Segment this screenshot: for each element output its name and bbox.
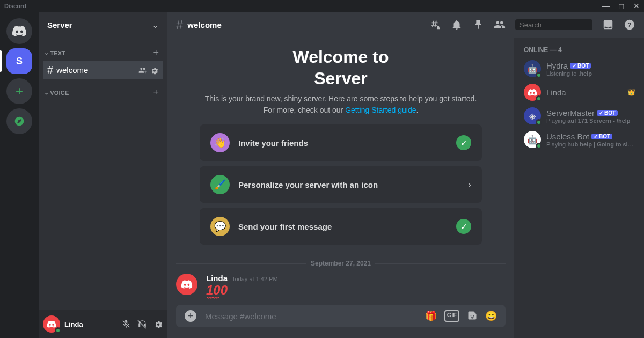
brush-icon: 🖌️ [210, 175, 230, 194]
channel-header: # welcome ? [167, 12, 644, 38]
bot-tag: ✓ BOT [570, 63, 591, 69]
pinned-icon[interactable] [472, 19, 484, 31]
attach-button[interactable]: + [185, 310, 196, 322]
app-name: Discord [4, 3, 26, 9]
message-content: 100〰〰 [206, 283, 506, 300]
gif-icon[interactable]: GIF [444, 310, 459, 322]
invite-icon: 👋 [210, 133, 230, 152]
close-button[interactable]: ✕ [633, 2, 640, 10]
member-list: ONLINE — 4 🤖 Hydra ✓ BOT Listening to .h… [515, 38, 644, 338]
add-channel-button[interactable]: + [153, 47, 159, 58]
search-input[interactable] [519, 21, 610, 29]
member-avatar [524, 84, 541, 101]
hash-icon: # [176, 17, 183, 32]
onboarding-cards: 👋 Invite your friends ✓ 🖌️ Personalize y… [167, 116, 514, 253]
member-avatar: ◈ [524, 107, 541, 124]
gear-icon[interactable] [150, 66, 159, 75]
member-servermaster[interactable]: ◈ ServerMaster ✓ BOT Playing auf 171 Ser… [519, 105, 640, 127]
create-invite-icon[interactable] [138, 66, 147, 75]
guild-list: S + [0, 12, 39, 338]
getting-started-link[interactable]: Getting Started guide [345, 106, 416, 114]
member-hydra[interactable]: 🤖 Hydra ✓ BOT Listening to .help [519, 58, 640, 79]
chevron-right-icon: › [468, 179, 471, 190]
bot-tag: ✓ BOT [597, 110, 618, 116]
discord-logo-icon [47, 321, 56, 328]
inbox-icon[interactable] [602, 19, 614, 31]
user-panel: Linda [39, 310, 167, 338]
add-server-button[interactable]: + [6, 78, 32, 104]
search-box[interactable] [515, 19, 592, 30]
channel-list: ⌄ TEXT + # welcome ⌄ VOICE + [39, 38, 167, 310]
server-header[interactable]: Server ⌄ [39, 12, 167, 38]
explore-button[interactable] [6, 108, 32, 134]
card-invite-friends[interactable]: 👋 Invite your friends ✓ [200, 124, 482, 161]
check-icon: ✓ [456, 135, 471, 150]
minimize-button[interactable]: — [602, 2, 610, 10]
member-avatar: 🤖 [524, 131, 541, 148]
card-personalize[interactable]: 🖌️ Personalize your server with an icon … [200, 166, 482, 203]
category-text[interactable]: ⌄ TEXT + [43, 46, 163, 60]
home-button[interactable] [6, 18, 32, 44]
chat-icon: 💬 [210, 217, 230, 236]
sticker-icon[interactable] [467, 310, 478, 322]
notifications-icon[interactable] [451, 19, 463, 31]
channel-welcome[interactable]: # welcome [43, 61, 163, 79]
emoji-icon[interactable]: 😀 [485, 310, 497, 322]
main-area: # welcome ? Welcome toServer [167, 12, 644, 338]
add-channel-button[interactable]: + [153, 87, 159, 98]
category-voice[interactable]: ⌄ VOICE + [43, 86, 163, 99]
chevron-down-icon: ⌄ [152, 20, 159, 30]
member-linda[interactable]: Linda 👑 [519, 82, 640, 103]
server-name: Server [47, 20, 72, 30]
discord-logo-icon [12, 24, 27, 39]
bot-tag: ✓ BOT [591, 134, 612, 139]
deafen-icon[interactable] [137, 319, 147, 329]
card-first-message[interactable]: 💬 Send your first message ✓ [200, 208, 482, 245]
date-divider: September 27, 2021 [176, 260, 506, 267]
welcome-title: Welcome toServer [200, 46, 482, 89]
channel-title: welcome [187, 20, 221, 30]
members-header: ONLINE — 4 [519, 46, 640, 58]
member-avatar: 🤖 [524, 60, 541, 77]
username: Linda [64, 320, 117, 328]
gift-icon[interactable]: 🎁 [425, 310, 437, 322]
message-input[interactable] [205, 312, 416, 321]
member-activity: Playing hub help | Going to sle... [546, 141, 635, 148]
member-useless-bot[interactable]: 🤖 Useless Bot ✓ BOT Playing hub help | G… [519, 129, 640, 150]
member-activity: Playing auf 171 Servern - /help [546, 117, 635, 124]
discord-logo-icon [181, 280, 193, 289]
settings-icon[interactable] [153, 319, 163, 329]
welcome-block: Welcome toServer This is your brand new,… [167, 38, 514, 116]
status-indicator [55, 327, 61, 334]
compass-icon [14, 116, 25, 127]
members-icon[interactable] [494, 19, 506, 31]
message-timestamp: Today at 1:42 PM [232, 276, 278, 282]
titlebar: Discord — ◻ ✕ [0, 0, 644, 12]
maximize-button[interactable]: ◻ [618, 2, 625, 10]
crown-icon: 👑 [627, 89, 635, 96]
threads-icon[interactable] [429, 19, 441, 31]
composer: + 🎁 GIF 😀 [167, 305, 514, 338]
chevron-down-icon: ⌄ [44, 89, 49, 96]
check-icon: ✓ [456, 219, 471, 234]
svg-text:?: ? [627, 21, 632, 29]
help-icon[interactable]: ? [624, 19, 635, 31]
message-list: Welcome toServer This is your brand new,… [167, 38, 515, 338]
member-activity: Listening to .help [546, 70, 635, 77]
message-avatar[interactable] [176, 274, 197, 295]
guild-server[interactable]: S [6, 48, 32, 74]
message-author[interactable]: Linda [206, 274, 228, 283]
message: Linda Today at 1:42 PM 100〰〰 [167, 271, 514, 302]
mute-icon[interactable] [121, 319, 131, 329]
channel-sidebar: Server ⌄ ⌄ TEXT + # welcome ⌄ VOICE + [39, 12, 167, 338]
welcome-subtitle: This is your brand new, shiny server. He… [200, 93, 482, 116]
chevron-down-icon: ⌄ [44, 49, 49, 56]
hash-icon: # [47, 64, 53, 76]
user-avatar[interactable] [43, 315, 60, 333]
